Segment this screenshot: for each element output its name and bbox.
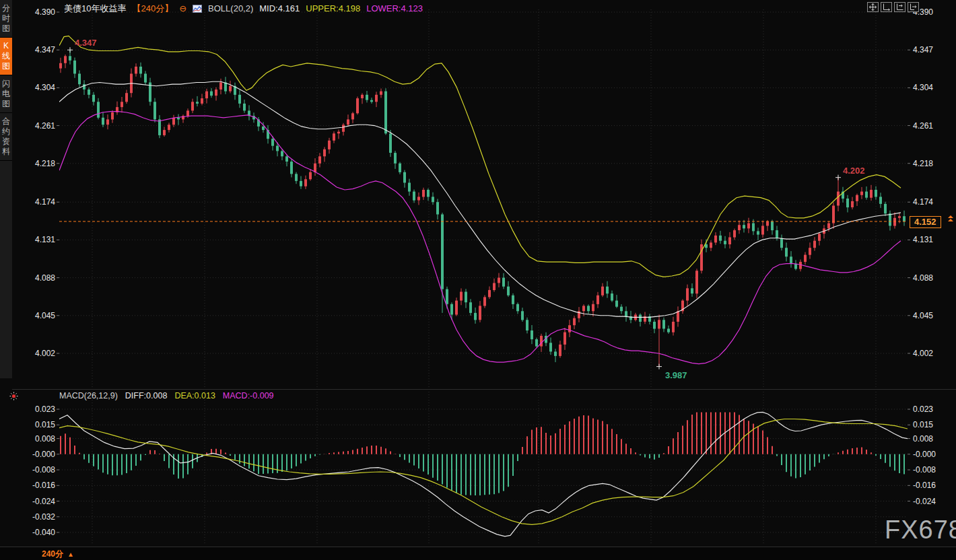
candles-layer [59, 50, 906, 366]
y-tick-label: -0.008 [32, 465, 55, 475]
y-tick-label: 4.045 [913, 311, 933, 320]
current-price-tag: 4.152 [910, 216, 941, 228]
period-label: 240分 [42, 549, 63, 559]
macd-diff-line [59, 412, 908, 536]
boll-lower-value: LOWER:4.123 [366, 3, 423, 13]
svg-text:4.347: 4.347 [75, 38, 97, 48]
y-tick-label: -0.008 [913, 465, 936, 475]
y-tick-label: 4.002 [35, 349, 55, 358]
y-tick-label: 4.261 [913, 121, 933, 131]
y-tick-label: 4.261 [35, 121, 55, 131]
macd-header: MACD(26,12,9) DIFF:0.008 DEA:0.013 MACD:… [59, 391, 274, 400]
time-axis-bar [0, 547, 956, 560]
y-tick-label: -0.000 [913, 450, 936, 459]
y-tick-label: 4.088 [35, 273, 55, 283]
macd-dea-value: DEA:0.013 [174, 391, 215, 400]
macd-diff-value: DIFF:0.008 [125, 391, 168, 400]
macd-value: MACD:-0.009 [223, 391, 274, 400]
svg-text:4.202: 4.202 [843, 166, 865, 176]
scale-y-axis-icon[interactable] [894, 2, 906, 12]
y-tick-label: 4.304 [35, 83, 55, 92]
y-tick-label: 4.002 [913, 349, 933, 358]
boll-mid-value: MID:4.161 [259, 3, 300, 13]
svg-text:3.987: 3.987 [665, 370, 687, 380]
y-tick-label: 4.218 [35, 159, 55, 168]
scale-x-axis-icon[interactable] [881, 2, 892, 12]
collapse-icon[interactable]: ⊖ [179, 4, 186, 13]
sidebar-item-time-chart[interactable]: 分时图 [0, 0, 12, 38]
instrument-title: 美债10年收益率 [64, 3, 126, 15]
y-tick-label: -0.040 [32, 528, 55, 537]
macd-indicator-label: MACD(26,12,9) [59, 391, 118, 400]
y-tick-label: 4.045 [35, 311, 55, 320]
bollinger-mid-line [59, 81, 901, 317]
trading-app-window: 分时图 K线图 闪电图 合约资料 240分▲ 4.3474.2023.9874.… [0, 0, 956, 560]
y-tick-label: 4.088 [913, 273, 933, 283]
y-tick-label: 4.304 [913, 83, 933, 92]
pan-icon[interactable] [867, 2, 879, 12]
grid-layer [59, 9, 908, 545]
timeframe-label: 【240分】 [132, 3, 173, 15]
chevron-up-icon: ▲ [67, 551, 74, 558]
y-tick-label: -0.000 [32, 450, 55, 459]
boll-upper-value: UPPER:4.198 [306, 3, 360, 13]
y-tick-label: 0.008 [913, 434, 933, 444]
y-tick-label: 4.347 [913, 45, 933, 55]
y-tick-label: 0.023 [913, 405, 933, 414]
y-tick-label: 4.347 [35, 45, 55, 55]
boll-indicator-label: BOLL(20,2) [208, 3, 253, 13]
y-tick-label: 0.008 [35, 434, 55, 444]
y-tick-label: 4.218 [913, 159, 933, 168]
chart-header: 美债10年收益率 【240分】 ⊖ BOLL(20,2) MID:4.161 U… [64, 3, 423, 14]
y-tick-label: -0.032 [32, 512, 55, 522]
y-tick-label: 4.174 [35, 197, 55, 207]
restore-scale-icon[interactable] [908, 2, 919, 12]
macd-layer [59, 412, 908, 536]
y-tick-label: 4.131 [35, 235, 55, 244]
chart-canvas[interactable]: 4.3474.2023.9874.3904.3904.3474.3474.304… [0, 0, 956, 560]
y-tick-label: 4.131 [913, 235, 933, 244]
panel-divider [12, 389, 956, 390]
chart-toolbar [867, 2, 919, 12]
watermark: FX678 [885, 516, 956, 545]
macd-dea-line [59, 419, 908, 525]
y-tick-label: -0.016 [913, 481, 936, 490]
period-selector[interactable]: 240分▲ [42, 549, 74, 560]
sidebar-item-contract-info[interactable]: 合约资料 [0, 113, 12, 161]
y-tick-label: 4.390 [35, 7, 55, 17]
y-tick-label: 0.015 [35, 420, 55, 429]
y-tick-label: -0.016 [32, 481, 55, 490]
y-tick-label: 0.015 [913, 420, 933, 429]
annotations-layer: 4.3474.2023.987 [67, 38, 865, 380]
y-tick-label: 4.174 [913, 197, 933, 207]
price-marker-icon [948, 215, 953, 221]
sidebar-item-lightning-chart[interactable]: 闪电图 [0, 75, 12, 113]
y-tick-label: -0.024 [913, 497, 936, 506]
indicator-alert-icon[interactable] [9, 391, 18, 403]
mini-chart-icon[interactable] [193, 5, 202, 13]
chart-type-sidebar: 分时图 K线图 闪电图 合约资料 [0, 0, 12, 378]
sidebar-item-kline-chart[interactable]: K线图 [0, 38, 12, 75]
y-tick-label: 0.023 [35, 405, 55, 414]
y-tick-label: -0.024 [32, 497, 55, 506]
